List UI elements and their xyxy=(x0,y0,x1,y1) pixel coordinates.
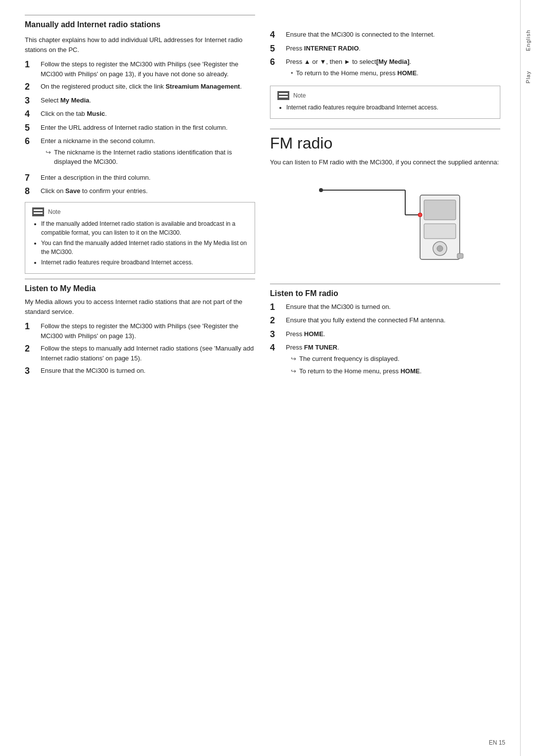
step-4: 4 Click on the tab Music. xyxy=(25,109,255,120)
fm-step-4-bullet-1-text: The current frequency is displayed. xyxy=(299,354,399,364)
lmm-step-num-2: 2 xyxy=(25,344,39,363)
section-divider-1 xyxy=(25,15,255,15)
r-step-content-5: Press INTERNET RADIO. xyxy=(286,44,500,54)
listen-my-media-title: Listen to My Media xyxy=(25,284,255,293)
fm-step-num-3: 3 xyxy=(270,329,284,340)
step-2: 2 On the registered product site, click … xyxy=(25,82,255,93)
fm-radio-title: FM radio xyxy=(270,134,500,152)
arrow-icon-fm4-2: ↪ xyxy=(291,366,296,376)
r-step-6-bullet-text: To return to the Home menu, press HOME. xyxy=(296,68,419,78)
fm-radio-intro: You can listen to FM radio with the MCi3… xyxy=(270,157,500,167)
svg-rect-5 xyxy=(424,224,456,239)
step-num-8: 8 xyxy=(25,186,39,197)
section2-steps: 1 Follow the steps to register the MCi30… xyxy=(25,321,255,377)
lmm-step-1: 1 Follow the steps to register the MCi30… xyxy=(25,321,255,341)
note-item-right-1-1: Internet radio features require broadban… xyxy=(286,103,493,112)
note-header-right-1: Note xyxy=(277,91,493,100)
fm-diagram-svg xyxy=(306,175,465,274)
r-step-num-5: 5 xyxy=(270,44,284,54)
arrow-icon-fm4-1: ↪ xyxy=(291,354,296,364)
fm-step-4: 4 Press FM TUNER. ↪ The current frequenc… xyxy=(270,343,500,379)
fm-step-content-1: Ensure that the MCi300 is turned on. xyxy=(286,302,500,313)
lmm-step-num-1: 1 xyxy=(25,321,39,341)
svg-point-7 xyxy=(437,246,443,252)
fm-step-3: 3 Press HOME. xyxy=(270,329,500,340)
right-steps-1: 4 Ensure that the MCi300 is connected to… xyxy=(270,30,500,81)
svg-point-8 xyxy=(418,213,422,217)
fm-step-4-bullet-2: ↪ To return to the Home menu, press HOME… xyxy=(291,366,500,376)
step-content-1: Follow the steps to register the MCi300 … xyxy=(41,59,255,79)
fm-step-content-3: Press HOME. xyxy=(286,329,500,340)
step-3: 3 Select My Media. xyxy=(25,96,255,106)
step-6-bullet-text: The nickname is the Internet radio stati… xyxy=(54,148,255,167)
lmm-step-content-3: Ensure that the MCi300 is turned on. xyxy=(41,366,255,377)
step-7: 7 Enter a description in the third colum… xyxy=(25,173,255,184)
r-step-content-6: Press ▲ or ▼, then ► to select[My Media]… xyxy=(286,57,500,81)
step-1: 1 Follow the steps to register the MCi30… xyxy=(25,59,255,79)
step-content-6: Enter a nickname in the second column. ↪… xyxy=(41,136,255,170)
listen-fm-title: Listen to FM radio xyxy=(270,289,500,298)
note-label-1: Note xyxy=(48,208,60,215)
section1-steps: 1 Follow the steps to register the MCi30… xyxy=(25,59,255,197)
section1-intro: This chapter explains how to add individ… xyxy=(25,35,255,54)
svg-rect-10 xyxy=(457,253,463,258)
step-content-2: On the registered product site, click th… xyxy=(41,82,255,93)
lmm-step-2: 2 Follow the steps to manually add Inter… xyxy=(25,344,255,363)
fm-step-num-2: 2 xyxy=(270,315,284,326)
step-content-5: Enter the URL address of Internet radio … xyxy=(41,123,255,134)
step-content-3: Select My Media. xyxy=(41,96,255,106)
section-divider-2 xyxy=(25,279,255,279)
lmm-step-3: 3 Ensure that the MCi300 is turned on. xyxy=(25,366,255,377)
fm-step-content-2: Ensure that you fully extend the connect… xyxy=(286,315,500,326)
note-box-1: Note If the manually added Internet radi… xyxy=(25,202,255,274)
fm-step-num-1: 1 xyxy=(270,302,284,313)
lmm-step-content-1: Follow the steps to register the MCi300 … xyxy=(41,321,255,341)
step-num-5: 5 xyxy=(25,123,39,134)
fm-diagram xyxy=(270,175,500,276)
page-footer: EN 15 xyxy=(489,739,505,746)
step-8: 8 Click on Save to confirm your entries. xyxy=(25,186,255,197)
fm-step-4-bullet-1: ↪ The current frequency is displayed. xyxy=(291,354,500,364)
sidebar-play-label: Play xyxy=(525,71,531,83)
fm-section-divider xyxy=(270,129,500,129)
note-list-right-1: Internet radio features require broadban… xyxy=(277,103,493,112)
step-num-1: 1 xyxy=(25,59,39,79)
lmm-step-num-3: 3 xyxy=(25,366,39,377)
fm-step-num-4: 4 xyxy=(270,343,284,379)
r-step-num-6: 6 xyxy=(270,57,284,81)
r-step-6-bullet: • To return to the Home menu, press HOME… xyxy=(291,68,500,78)
step-num-4: 4 xyxy=(25,109,39,120)
r-step-6: 6 Press ▲ or ▼, then ► to select[My Medi… xyxy=(270,57,500,81)
step-num-3: 3 xyxy=(25,96,39,106)
r-step-4: 4 Ensure that the MCi300 is connected to… xyxy=(270,30,500,41)
note-list-1: If the manually added Internet radio sta… xyxy=(32,219,248,267)
sidebar-english-label: English xyxy=(525,30,531,51)
section1-title: Manually add Internet radio stations xyxy=(25,20,255,31)
step-content-7: Enter a description in the third column. xyxy=(41,173,255,184)
note-item-1-2: You can find the manually added Internet… xyxy=(41,239,248,256)
lmm-step-content-2: Follow the steps to manually add Interne… xyxy=(41,344,255,363)
step-5: 5 Enter the URL address of Internet radi… xyxy=(25,123,255,134)
note-item-1-1: If the manually added Internet radio sta… xyxy=(41,219,248,237)
fm-step-content-4: Press FM TUNER. ↪ The current frequency … xyxy=(286,343,500,379)
fm-step-4-bullet-2-text: To return to the Home menu, press HOME. xyxy=(299,366,422,376)
step-num-2: 2 xyxy=(25,82,39,93)
note-header-1: Note xyxy=(32,207,248,216)
note-box-right-1: Note Internet radio features require bro… xyxy=(270,86,500,119)
step-content-4: Click on the tab Music. xyxy=(41,109,255,120)
r-step-num-4: 4 xyxy=(270,30,284,41)
sidebar: English Play xyxy=(520,0,535,756)
step-6-bullet: ↪ The nickname is the Internet radio sta… xyxy=(46,148,255,167)
fm-step-1: 1 Ensure that the MCi300 is turned on. xyxy=(270,302,500,313)
step-content-8: Click on Save to confirm your entries. xyxy=(41,186,255,197)
fm-step-2: 2 Ensure that you fully extend the conne… xyxy=(270,315,500,326)
note-icon-right-1 xyxy=(277,91,289,100)
fm-listen-divider xyxy=(270,284,500,284)
step-num-6: 6 xyxy=(25,136,39,170)
r-step-5: 5 Press INTERNET RADIO. xyxy=(270,44,500,54)
step-6: 6 Enter a nickname in the second column.… xyxy=(25,136,255,170)
r-step-content-4: Ensure that the MCi300 is connected to t… xyxy=(286,30,500,41)
arrow-icon-r6: • xyxy=(291,68,293,78)
listen-my-media-intro: My Media allows you to access Internet r… xyxy=(25,297,255,316)
svg-point-9 xyxy=(319,188,323,192)
